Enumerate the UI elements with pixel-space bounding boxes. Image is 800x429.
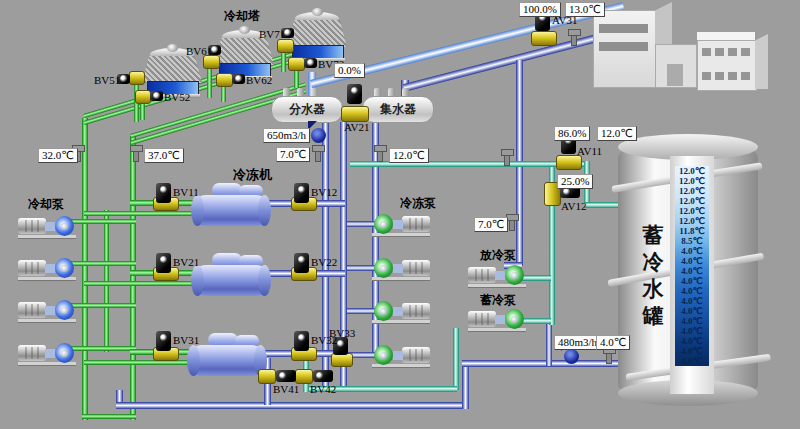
valve-bv51[interactable] [129,71,145,85]
pump-head [55,258,74,278]
pump-head [374,258,393,278]
valve-av21-label: AV21 [344,121,369,133]
storage-pump[interactable] [468,306,526,332]
valve-bv62[interactable] [216,73,233,87]
valve-bv52-actuator[interactable] [150,91,163,101]
valve-av31[interactable] [531,31,557,46]
valve-bv61[interactable] [203,55,220,69]
pump-head [374,345,393,365]
valve-bv72-actuator[interactable] [304,58,317,68]
pump-motor [18,218,46,234]
tank-temperature-row: 12.0℃ [675,206,709,216]
chiller-shell [192,265,270,296]
building-2-side [755,34,768,89]
pipe-chiller2-cond-out [84,281,197,286]
valve-bv42-actuator[interactable] [313,370,333,382]
chiller-shell [192,195,270,226]
discharge-line-temp-sensor [509,218,515,231]
tank-temperature-row: 4.0℃ [675,336,709,346]
valve-bv52[interactable] [135,90,151,104]
pump-base [18,319,76,323]
cooling-pump-title: 冷却泵 [28,196,64,213]
pump-head [374,301,393,321]
valve-av21[interactable] [341,106,369,122]
pump-head [505,309,524,329]
tank-temperature-row: 4.0℃ [675,316,709,326]
pump-coupling [393,220,403,229]
storage-pump-title: 蓄冷泵 [480,292,516,309]
tank-title: 蓄冷水罐 [640,222,666,330]
valve-av11[interactable] [556,155,582,170]
pipe-tank-bottom-feed [462,360,626,367]
valve-bv41-label: BV41 [273,383,299,395]
chiller-2 [192,252,270,298]
chilled-pump-4[interactable] [372,342,430,368]
valve-bv62-actuator[interactable] [232,74,245,84]
pump-coupling [393,307,403,316]
valve-bv12-label: BV12 [311,186,337,198]
cooling-pump-1[interactable] [18,213,76,239]
valve-bv72[interactable] [288,57,305,71]
pipe-storage-to-meter [546,324,552,366]
tank-temperature-row: 8.5℃ [675,236,709,246]
valve-bv42-label: BV42 [310,383,336,395]
cooling-pump-3[interactable] [18,297,76,323]
flow-meter-tank [564,349,579,364]
label-av12-opening: 25.0% [557,174,593,189]
discharge-pump[interactable] [468,262,526,288]
valve-bv41-actuator[interactable] [276,370,296,382]
valve-bv32-actuator[interactable] [294,331,309,351]
pump-coupling [45,306,55,315]
tank-temperature-row: 4.0℃ [675,286,709,296]
cooling-pump-4[interactable] [18,340,76,366]
pump-motor [18,302,46,318]
scada-canvas: 冷却塔 BV51 BV52 BV61 BV62 BV71 BV72 分水器 集水… [0,0,800,429]
pump-head [505,265,524,285]
pump-head [55,343,74,363]
valve-bv62-label: BV62 [246,74,272,86]
valve-bv61-label: BV61 [186,45,212,57]
valve-bv11-actuator[interactable] [156,183,171,203]
valve-bv41[interactable] [258,369,276,384]
cooling-tower-title: 冷却塔 [224,8,260,25]
building-return-temp-sensor [571,33,577,46]
chilled-pump-3[interactable] [372,298,430,324]
chilled-pump-2[interactable] [372,255,430,281]
valve-bv21-actuator[interactable] [156,253,171,273]
valve-av11-label: AV11 [577,145,602,157]
valve-bv51-label: BV51 [94,74,120,86]
valve-bv31-actuator[interactable] [156,331,171,351]
valve-av21-actuator[interactable] [347,84,362,104]
tank-temperature-row: 4.0℃ [675,256,709,266]
pump-coupling [393,351,403,360]
label-main-flow: 650m3/h [263,128,310,143]
valve-bv71[interactable] [277,39,294,53]
pump-coupling [45,264,55,273]
pump-head [55,216,74,236]
tank-temperature-row: 12.0℃ [675,196,709,206]
valve-bv12-actuator[interactable] [294,183,309,203]
chilled-pump-1[interactable] [372,211,430,237]
valve-bv42[interactable] [295,369,313,384]
cooling-pump-2[interactable] [18,255,76,281]
pump-motor [402,216,430,232]
chiller-1 [192,182,270,228]
pipe-bottom-loop-right-elbow [462,363,469,409]
pump-motor [18,345,46,361]
tower-body [142,56,202,83]
valve-bv33[interactable] [331,353,353,367]
pipe-cooling-return-riser [130,136,136,420]
building-2-windows-row-1 [702,48,750,56]
valve-av12-label: AV12 [561,200,586,212]
tank-top-line-sensor [504,153,510,166]
valve-bv22-actuator[interactable] [294,253,309,273]
pump-base [468,284,526,288]
tower-body [214,38,274,65]
valve-bv11-label: BV11 [173,186,199,198]
valve-bv21-label: BV21 [173,256,199,268]
pump-coupling [45,222,55,231]
pipe-cooling-bottom-tie [82,414,136,419]
valve-bv71-label: BV71 [259,28,285,40]
label-av11-line-temp: 12.0℃ [597,126,637,141]
pump-coupling [393,264,403,273]
